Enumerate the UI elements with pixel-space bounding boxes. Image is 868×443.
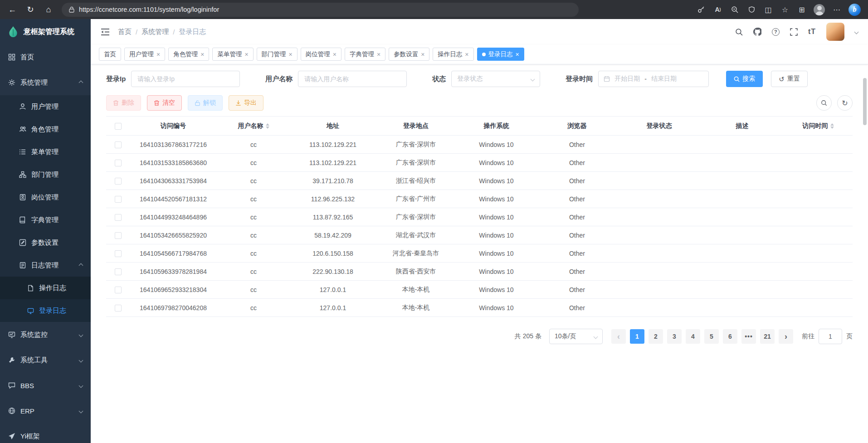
more-icon[interactable]: ⋯	[832, 5, 842, 15]
page-button-1[interactable]: 1	[630, 329, 644, 344]
read-aloud-icon[interactable]: A)	[713, 5, 723, 15]
row-checkbox[interactable]	[115, 305, 122, 312]
table-row[interactable]: 1641069798270046208 cc 127.0.0.1 本地-本机 W…	[106, 299, 853, 317]
user-name-input[interactable]	[298, 71, 407, 87]
sidebar-item-post-management[interactable]: 岗位管理	[0, 186, 91, 209]
clear-button[interactable]: 清空	[147, 95, 182, 111]
split-screen-icon[interactable]: ◫	[763, 5, 773, 15]
more-pages-button[interactable]: •••	[741, 329, 756, 344]
browser-home-button[interactable]: ⌂	[41, 2, 56, 17]
close-icon[interactable]: ×	[465, 51, 468, 58]
profile-avatar[interactable]	[814, 4, 825, 15]
table-row[interactable]: 1641031533185863680 cc 113.102.129.221 广…	[106, 154, 853, 172]
row-checkbox[interactable]	[115, 141, 122, 148]
sidebar-item-user-management[interactable]: 用户管理	[0, 95, 91, 118]
search-button[interactable]: 搜索	[726, 71, 763, 87]
tab-login-log[interactable]: 登录日志×	[477, 48, 524, 61]
login-time-range-picker[interactable]: 开始日期 - 结束日期	[598, 71, 709, 87]
close-icon[interactable]: ×	[377, 51, 380, 58]
row-checkbox[interactable]	[115, 287, 122, 293]
unlock-button[interactable]: 解锁	[188, 95, 223, 111]
close-icon[interactable]: ×	[289, 51, 293, 58]
sidebar-item-login-log[interactable]: 登录日志	[0, 299, 91, 322]
row-checkbox[interactable]	[115, 250, 122, 257]
chevron-down-icon[interactable]	[854, 29, 859, 34]
sidebar-item-yi-framework[interactable]: Yi框架	[0, 424, 91, 443]
reset-button[interactable]: ↺ 重置	[771, 71, 808, 87]
refresh-table-button[interactable]: ↻	[837, 95, 853, 111]
sidebar-item-department-management[interactable]: 部门管理	[0, 163, 91, 186]
refresh-button[interactable]: ↻	[23, 2, 38, 17]
tab-post-management[interactable]: 岗位管理×	[301, 48, 341, 61]
sidebar-item-operation-log[interactable]: 操作日志	[0, 277, 91, 299]
close-icon[interactable]: ×	[333, 51, 336, 58]
sidebar-item-dictionary-management[interactable]: 字典管理	[0, 209, 91, 231]
help-icon[interactable]: ?	[772, 28, 780, 36]
page-button-2[interactable]: 2	[649, 329, 663, 344]
shield-icon[interactable]	[746, 5, 756, 15]
sort-icon[interactable]	[266, 123, 269, 129]
tab-role-management[interactable]: 角色管理×	[168, 48, 209, 61]
page-button-3[interactable]: 3	[667, 329, 682, 344]
page-button-4[interactable]: 4	[686, 329, 700, 344]
table-row[interactable]: 1641069652933218304 cc 127.0.0.1 本地-本机 W…	[106, 281, 853, 299]
sidebar-item-menu-management[interactable]: 菜单管理	[0, 141, 91, 163]
breadcrumb-system-management[interactable]: 系统管理	[141, 28, 169, 36]
sidebar-item-home[interactable]: 首页	[0, 44, 91, 70]
favorites-star-icon[interactable]: ☆	[780, 5, 790, 15]
page-button-5[interactable]: 5	[704, 329, 719, 344]
table-row[interactable]: 1641044993248464896 cc 113.87.92.165 广东省…	[106, 208, 853, 226]
table-row[interactable]: 1641031367863177216 cc 113.102.129.221 广…	[106, 136, 853, 154]
collections-icon[interactable]: ⊞	[797, 5, 807, 15]
close-icon[interactable]: ×	[200, 51, 204, 58]
fullscreen-icon[interactable]	[790, 28, 798, 36]
close-icon[interactable]: ×	[421, 51, 424, 58]
collapse-menu-button[interactable]	[101, 28, 110, 36]
back-button[interactable]: ←	[5, 2, 20, 17]
row-checkbox[interactable]	[115, 178, 122, 185]
tab-operation-log[interactable]: 操作日志×	[433, 48, 473, 61]
table-row[interactable]: 1641059633978281984 cc 222.90.130.18 陕西省…	[106, 263, 853, 281]
prev-page-button[interactable]: ‹	[611, 329, 626, 344]
sidebar-item-system-management[interactable]: 系统管理	[0, 70, 91, 95]
tab-department-management[interactable]: 部门管理×	[257, 48, 297, 61]
font-size-icon[interactable]: tT	[808, 28, 816, 36]
col-header-user-name[interactable]: 用户名称	[217, 117, 290, 136]
page-button-6[interactable]: 6	[723, 329, 737, 344]
close-icon[interactable]: ×	[244, 51, 248, 58]
page-size-select[interactable]: 10条/页	[549, 329, 603, 344]
sidebar-item-parameter-settings[interactable]: 参数设置	[0, 231, 91, 254]
tab-user-management[interactable]: 用户管理×	[124, 48, 165, 61]
breadcrumb-home[interactable]: 首页	[118, 28, 132, 36]
tab-parameter-settings[interactable]: 参数设置×	[389, 48, 429, 61]
sidebar-item-system-monitor[interactable]: 系统监控	[0, 322, 91, 347]
table-row[interactable]: 1641053426655825920 cc 58.19.42.209 湖北省-…	[106, 226, 853, 244]
sidebar-item-bbs[interactable]: BBS	[0, 373, 91, 398]
sort-icon[interactable]	[830, 123, 834, 129]
status-select[interactable]: 登录状态	[451, 71, 540, 87]
select-all-checkbox[interactable]	[115, 123, 122, 130]
row-checkbox[interactable]	[115, 268, 122, 275]
export-button[interactable]: 导出	[229, 95, 263, 111]
key-icon[interactable]	[696, 5, 706, 15]
sidebar-item-system-tools[interactable]: 系统工具	[0, 347, 91, 373]
close-icon[interactable]: ×	[156, 51, 160, 58]
scrollbar-thumb[interactable]	[863, 78, 867, 125]
sidebar-item-erp[interactable]: ERP	[0, 398, 91, 424]
app-logo[interactable]: 意框架管理系统	[0, 19, 91, 44]
table-row[interactable]: 1641043063331753984 cc 39.171.210.78 浙江省…	[106, 172, 853, 190]
tab-home[interactable]: 首页	[99, 48, 121, 61]
goto-page-input[interactable]	[819, 329, 842, 344]
delete-button[interactable]: 删除	[106, 95, 141, 111]
address-bar[interactable]: https://ccnetcore.com:1101/system/log/lo…	[62, 3, 579, 17]
login-ip-input[interactable]	[131, 71, 240, 87]
sidebar-item-role-management[interactable]: 角色管理	[0, 118, 91, 141]
github-icon[interactable]	[753, 28, 761, 36]
next-page-button[interactable]: ›	[779, 329, 793, 344]
row-checkbox[interactable]	[115, 196, 122, 203]
bing-icon[interactable]: b	[848, 4, 861, 16]
zoom-out-icon[interactable]	[730, 5, 740, 15]
toggle-search-button[interactable]	[816, 95, 832, 111]
table-row[interactable]: 1641054566717984768 cc 120.6.150.158 河北省…	[106, 244, 853, 263]
col-header-visit-time[interactable]: 访问时间	[784, 117, 853, 136]
